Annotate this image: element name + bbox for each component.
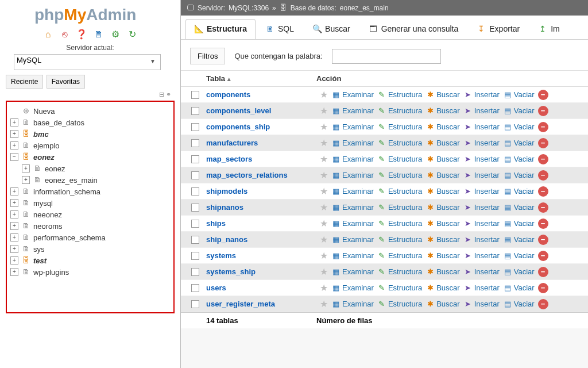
db-tree-item[interactable]: −🗄eonez: [9, 151, 171, 163]
db-tree-item[interactable]: +🗎performance_schema: [9, 232, 171, 243]
table-name-link[interactable]: components: [206, 90, 316, 99]
favorite-icon[interactable]: ★: [316, 282, 331, 293]
structure-action[interactable]: ✎Estructura: [377, 139, 422, 148]
delete-action[interactable]: −: [538, 235, 548, 245]
structure-action[interactable]: ✎Estructura: [377, 300, 422, 309]
expand-icon[interactable]: +: [10, 187, 18, 195]
favorite-icon[interactable]: ★: [316, 89, 331, 100]
expand-icon[interactable]: +: [10, 268, 18, 276]
favorite-icon[interactable]: ★: [316, 298, 331, 309]
insert-action[interactable]: ➤Insertar: [463, 300, 500, 309]
db-tree-item[interactable]: +🗎sys: [9, 243, 171, 255]
expand-icon[interactable]: −: [10, 153, 18, 161]
row-checkbox[interactable]: [191, 220, 199, 228]
insert-action[interactable]: ➤Insertar: [463, 283, 500, 293]
empty-action[interactable]: ▤Vaciar: [503, 122, 535, 132]
favorite-icon[interactable]: ★: [316, 202, 331, 213]
breadcrumb-db[interactable]: eonez_es_main: [340, 4, 389, 12]
favorite-icon[interactable]: ★: [316, 218, 331, 229]
search-action[interactable]: ✱Buscar: [425, 267, 459, 277]
filter-input[interactable]: [332, 49, 441, 64]
structure-action[interactable]: ✎Estructura: [377, 171, 422, 180]
structure-action[interactable]: ✎Estructura: [377, 235, 422, 244]
structure-action[interactable]: ✎Estructura: [377, 219, 422, 228]
tab-recent[interactable]: Reciente: [6, 75, 43, 89]
expand-icon[interactable]: +: [10, 256, 18, 264]
insert-action[interactable]: ➤Insertar: [463, 155, 500, 164]
search-action[interactable]: ✱Buscar: [425, 171, 459, 180]
row-checkbox[interactable]: [191, 123, 199, 131]
insert-action[interactable]: ➤Insertar: [463, 122, 500, 132]
favorite-icon[interactable]: ★: [316, 170, 331, 181]
structure-action[interactable]: ✎Estructura: [377, 155, 422, 164]
settings-icon[interactable]: ⚙: [110, 29, 121, 40]
db-tree-item[interactable]: +🗎neeonez: [9, 209, 171, 220]
tab-generar-una-consulta[interactable]: 🗔Generar una consulta: [360, 19, 467, 39]
expand-icon[interactable]: +: [10, 210, 18, 218]
search-action[interactable]: ✱Buscar: [425, 155, 459, 164]
insert-action[interactable]: ➤Insertar: [463, 267, 500, 277]
row-checkbox[interactable]: [191, 139, 199, 147]
tab-buscar[interactable]: 🔍Buscar: [304, 19, 359, 39]
favorite-icon[interactable]: ★: [316, 250, 331, 261]
tab-estructura[interactable]: 📐Estructura: [185, 19, 256, 39]
expand-icon[interactable]: +: [22, 176, 30, 184]
examine-action[interactable]: ▦Examinar: [331, 139, 374, 148]
db-tree-item[interactable]: +🗄test: [9, 255, 171, 266]
breadcrumb-server[interactable]: MySQL:3306: [229, 4, 269, 12]
examine-action[interactable]: ▦Examinar: [331, 122, 374, 132]
examine-action[interactable]: ▦Examinar: [331, 300, 374, 309]
structure-action[interactable]: ✎Estructura: [377, 267, 422, 277]
favorite-icon[interactable]: ★: [316, 266, 331, 277]
empty-action[interactable]: ▤Vaciar: [503, 203, 535, 212]
search-action[interactable]: ✱Buscar: [425, 203, 459, 212]
delete-action[interactable]: −: [538, 202, 548, 213]
db-tree-item[interactable]: +🗎wp-plugins: [9, 266, 171, 278]
db-tree-item[interactable]: +🗎ejemplo: [9, 140, 171, 151]
delete-action[interactable]: −: [538, 138, 548, 148]
db-tree-item[interactable]: +🗄bmc: [9, 128, 171, 140]
docs-icon[interactable]: ❓: [76, 29, 87, 40]
tab-im[interactable]: ↥Im: [529, 19, 568, 39]
sql-icon[interactable]: 🗎: [93, 29, 105, 40]
favorite-icon[interactable]: ★: [316, 186, 331, 197]
tab-favorites[interactable]: Favoritas: [47, 75, 85, 89]
search-action[interactable]: ✱Buscar: [425, 235, 459, 244]
table-name-link[interactable]: components_ship: [206, 122, 316, 131]
table-name-link[interactable]: ships: [206, 219, 316, 228]
examine-action[interactable]: ▦Examinar: [331, 219, 374, 228]
empty-action[interactable]: ▤Vaciar: [503, 219, 535, 228]
expand-icon[interactable]: +: [10, 245, 18, 253]
row-checkbox[interactable]: [191, 268, 199, 276]
table-name-link[interactable]: users: [206, 283, 316, 292]
row-checkbox[interactable]: [191, 284, 199, 292]
search-action[interactable]: ✱Buscar: [425, 139, 459, 148]
examine-action[interactable]: ▦Examinar: [331, 90, 374, 99]
delete-action[interactable]: −: [538, 170, 548, 181]
insert-action[interactable]: ➤Insertar: [463, 171, 500, 180]
insert-action[interactable]: ➤Insertar: [463, 203, 500, 212]
table-name-link[interactable]: manufacturers: [206, 139, 316, 147]
empty-action[interactable]: ▤Vaciar: [503, 235, 535, 244]
insert-action[interactable]: ➤Insertar: [463, 251, 500, 260]
table-name-link[interactable]: ship_nanos: [206, 235, 316, 244]
expand-icon[interactable]: +: [10, 141, 18, 150]
examine-action[interactable]: ▦Examinar: [331, 251, 374, 260]
empty-action[interactable]: ▤Vaciar: [503, 155, 535, 164]
row-checkbox[interactable]: [191, 252, 199, 260]
insert-action[interactable]: ➤Insertar: [463, 235, 500, 244]
empty-action[interactable]: ▤Vaciar: [503, 106, 535, 116]
db-tree-item[interactable]: +🗎eonez_es_main: [9, 174, 171, 186]
insert-action[interactable]: ➤Insertar: [463, 187, 500, 196]
delete-action[interactable]: −: [538, 283, 548, 293]
tab-sql[interactable]: 🗎SQL: [257, 19, 303, 39]
examine-action[interactable]: ▦Examinar: [331, 267, 374, 277]
db-tree-item[interactable]: ⊕Nueva: [9, 105, 171, 117]
row-checkbox[interactable]: [191, 300, 199, 308]
row-checkbox[interactable]: [191, 91, 199, 99]
examine-action[interactable]: ▦Examinar: [331, 187, 374, 196]
examine-action[interactable]: ▦Examinar: [331, 106, 374, 116]
col-table-label[interactable]: Tabla: [206, 74, 225, 83]
db-tree-item[interactable]: +🗎mysql: [9, 197, 171, 209]
logo[interactable]: phpMyAdmin: [3, 3, 177, 26]
